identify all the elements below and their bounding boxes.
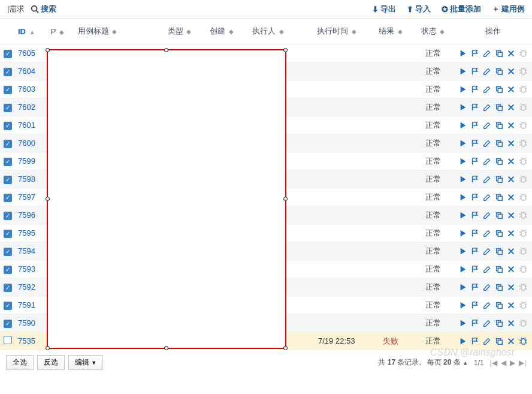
row-id-link[interactable]: 7604 [18,67,35,76]
copy-icon[interactable] [494,85,504,94]
select-all-button[interactable]: 全选 [6,355,34,370]
delete-icon[interactable] [506,318,516,328]
bug-icon[interactable] [518,336,528,346]
bug-icon[interactable] [518,210,528,220]
run-icon[interactable] [458,210,468,220]
run-icon[interactable] [458,121,468,130]
edit-icon[interactable] [482,282,492,292]
row-checkbox[interactable]: ✓ [4,104,12,112]
row-id-link[interactable]: 7605 [18,49,35,58]
row-checkbox[interactable]: ✓ [4,122,12,130]
copy-icon[interactable] [494,300,504,310]
edit-icon[interactable] [482,121,492,130]
flag-icon[interactable] [470,139,480,148]
row-id-link[interactable]: 7602 [18,103,35,112]
run-icon[interactable] [458,157,468,166]
edit-icon[interactable] [482,336,492,346]
bug-icon[interactable] [518,228,528,238]
per-page-selector[interactable]: 每页 20 条 ▲ [427,357,468,368]
flag-icon[interactable] [470,193,480,202]
delete-icon[interactable] [506,49,516,58]
delete-icon[interactable] [506,85,516,94]
copy-icon[interactable] [494,193,504,202]
delete-icon[interactable] [506,157,516,166]
delete-icon[interactable] [506,264,516,274]
copy-icon[interactable] [494,121,504,130]
row-id-link[interactable]: 7590 [18,318,35,327]
delete-icon[interactable] [506,300,516,310]
edit-icon[interactable] [482,193,492,202]
flag-icon[interactable] [470,210,480,220]
run-icon[interactable] [458,282,468,292]
row-id-link[interactable]: 7594 [18,246,35,255]
row-id-link[interactable]: 7596 [18,210,35,219]
edit-button[interactable]: 编辑 ▼ [68,355,103,370]
bug-icon[interactable] [518,193,528,202]
flag-icon[interactable] [470,300,480,310]
bug-icon[interactable] [518,175,528,184]
row-id-link[interactable]: 7599 [18,157,35,166]
bug-icon[interactable] [518,264,528,274]
flag-icon[interactable] [470,264,480,274]
create-button[interactable]: ＋建用例 [492,4,525,14]
edit-icon[interactable] [482,139,492,148]
col-priority[interactable]: P ◆ [49,19,75,44]
flag-icon[interactable] [470,157,480,166]
delete-icon[interactable] [506,336,516,346]
delete-icon[interactable] [506,67,516,76]
delete-icon[interactable] [506,210,516,220]
row-checkbox[interactable]: ✓ [4,68,12,76]
row-checkbox[interactable] [4,336,12,344]
copy-icon[interactable] [494,228,504,238]
row-checkbox[interactable]: ✓ [4,320,12,328]
edit-icon[interactable] [482,49,492,58]
row-id-link[interactable]: 7593 [18,264,35,273]
edit-icon[interactable] [482,175,492,184]
row-id-link[interactable]: 7592 [18,282,35,291]
next-page-icon[interactable]: ▶ [510,359,515,367]
bug-icon[interactable] [518,49,528,58]
row-checkbox[interactable]: ✓ [4,50,12,58]
copy-icon[interactable] [494,139,504,148]
edit-icon[interactable] [482,228,492,238]
bug-icon[interactable] [518,121,528,130]
edit-icon[interactable] [482,300,492,310]
copy-icon[interactable] [494,246,504,256]
run-icon[interactable] [458,264,468,274]
row-id-link[interactable]: 7598 [18,175,35,184]
row-id-link[interactable]: 7601 [18,121,35,130]
col-executor[interactable]: 执行人 ◆ [250,19,304,44]
edit-icon[interactable] [482,264,492,274]
col-status[interactable]: 状态 ◆ [412,19,454,44]
copy-icon[interactable] [494,264,504,274]
edit-icon[interactable] [482,246,492,256]
col-creator[interactable]: 创建 ◆ [207,19,250,44]
col-id[interactable]: ID ▲ [16,19,49,44]
edit-icon[interactable] [482,103,492,112]
last-page-icon[interactable]: ▶| [519,359,526,367]
row-id-link[interactable]: 7600 [18,139,35,148]
bug-icon[interactable] [518,318,528,328]
batch-add-button[interactable]: ✪批量添加 [442,4,481,14]
col-result[interactable]: 结果 ◆ [369,19,412,44]
row-id-link[interactable]: 7603 [18,85,35,94]
row-checkbox[interactable]: ✓ [4,248,12,256]
edit-icon[interactable] [482,67,492,76]
row-checkbox[interactable]: ✓ [4,302,12,310]
search-action[interactable]: 搜索 [31,4,56,14]
flag-icon[interactable] [470,228,480,238]
copy-icon[interactable] [494,103,504,112]
copy-icon[interactable] [494,210,504,220]
row-checkbox[interactable]: ✓ [4,284,12,292]
copy-icon[interactable] [494,157,504,166]
row-checkbox[interactable]: ✓ [4,158,12,166]
copy-icon[interactable] [494,175,504,184]
delete-icon[interactable] [506,193,516,202]
delete-icon[interactable] [506,103,516,112]
copy-icon[interactable] [494,282,504,292]
bug-icon[interactable] [518,282,528,292]
row-checkbox[interactable]: ✓ [4,194,12,202]
row-checkbox[interactable]: ✓ [4,140,12,148]
row-checkbox[interactable]: ✓ [4,266,12,274]
delete-icon[interactable] [506,282,516,292]
